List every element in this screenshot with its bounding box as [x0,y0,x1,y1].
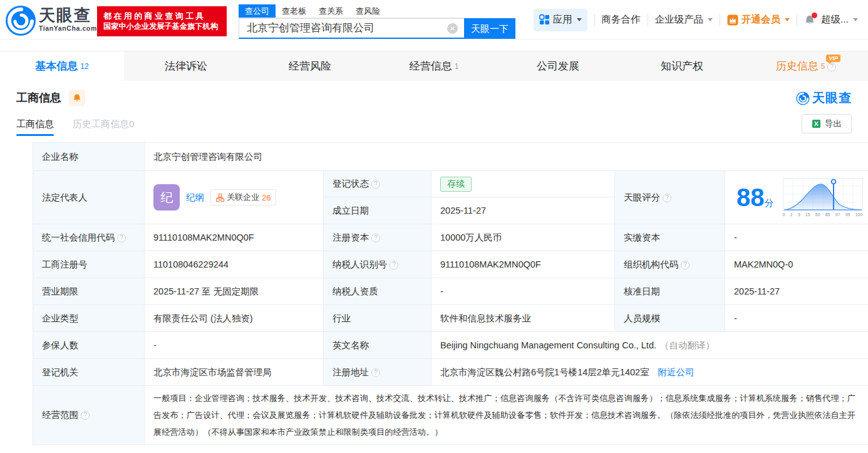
field-score-value: 88分 [725,171,868,224]
search-tab-company[interactable]: 查公司 [239,4,276,18]
section-title: 工商信息 [16,90,61,105]
table-row: 统一社会信用代码? 91110108MAK2MN0Q0F 注册资本? 10000… [33,224,868,251]
field-paid-capital-value: - [725,224,868,251]
export-button[interactable]: 导出 [802,114,852,133]
help-icon[interactable]: ? [663,194,671,202]
search-tab-risk[interactable]: 查风险 [349,4,386,18]
help-icon[interactable]: ? [390,261,398,269]
table-row: 登记机关 北京市海淀区市场监督管理局 注册地址? 北京市海淀区魏公村路6号院1号… [33,359,868,386]
tab-basic-info-count: 12 [80,62,88,71]
tab-operation-risk[interactable]: 经营风险 [248,51,372,81]
top-header: 天眼查 TianYanCha.com 都在用的商业查询工具 国家中小企业发展子基… [0,0,868,39]
tab-basic-info[interactable]: 基本信息12 [0,51,124,81]
super-vip-menu[interactable]: 超级... [821,13,858,26]
divider [720,14,720,26]
field-company-type-label: 企业类型 [33,305,145,332]
search-tab-boss[interactable]: 查老板 [276,4,313,18]
business-info-section: 工商信息 天眼查 工商信息 历史工商信息0 导出 企业名称 北京宁创管理咨 [0,90,868,445]
help-icon[interactable]: ? [681,261,690,269]
tab-history-info[interactable]: VIP 历史信息5? [744,51,868,81]
table-row: 法定代表人 纪 纪纲 关联企业 26 [33,171,868,197]
field-paid-capital-label: 实缴资本 [615,224,725,251]
tab-basic-info-label: 基本信息 [35,60,78,72]
tianyancha-logo-text[interactable]: 天眼查 TianYanCha.com [39,6,97,33]
field-org-code-value: MAK2MN0Q-0 [725,251,868,278]
field-reg-authority-label: 登记机关 [33,359,145,386]
business-scope-label-text: 经营范围 [42,410,78,420]
english-name-note: （自动翻译） [660,340,715,350]
score-curve-chart [783,178,863,212]
field-insured-value: - [145,332,324,359]
open-vip-link[interactable]: 开通会员 [727,13,790,26]
legal-rep-avatar[interactable]: 纪 [153,184,180,211]
field-industry-label: 行业 [324,305,431,332]
watermark-logo-icon [796,91,810,105]
legal-rep-name-link[interactable]: 纪纲 [186,192,204,204]
subtab-business-info[interactable]: 工商信息 [16,118,54,136]
nearby-companies-link[interactable]: 附近公司 [658,367,695,377]
vip-badge: VIP [826,55,840,62]
status-badge: 存续 [440,177,472,192]
enterprise-products-link[interactable]: 企业级产品 [655,13,713,26]
watermark-text: 天眼查 [812,90,852,107]
reg-status-label-text: 登记状态 [333,179,369,189]
field-taxpayer-id-label: 纳税人识别号? [324,251,431,278]
field-legal-rep-value: 纪 纪纲 关联企业 26 [145,171,324,224]
help-icon[interactable]: ? [371,234,380,242]
chevron-down-icon [785,18,790,21]
tab-intellectual-property[interactable]: 知识产权 [620,51,744,81]
field-score-label: 天眼评分? [615,171,725,224]
field-company-name-value: 北京宁创管理咨询有限公司 [145,143,868,171]
field-insured-label: 参保人数 [33,332,145,359]
field-reg-authority-value: 北京市海淀区市场监督管理局 [145,359,324,386]
related-companies-badge[interactable]: 关联企业 26 [210,189,276,206]
subtab-history-business-info[interactable]: 历史工商信息0 [73,118,134,136]
tab-operation-info[interactable]: 经营信息1 [372,51,496,81]
table-row: 企业类型 有限责任公司 (法人独资) 行业 软件和信息技术服务业 人员规模 - [33,305,868,332]
help-icon[interactable]: ? [81,411,90,420]
notifications-button[interactable] [804,14,815,26]
search-button[interactable]: 天眼一下 [464,18,515,39]
divider [648,14,648,26]
slogan-line2: 国家中小企业发展子基金旗下机构 [103,21,220,32]
score-chart: 0131550859799100 [783,178,863,217]
tab-legal-proceedings-label: 法律诉讼 [165,60,207,72]
apps-button[interactable]: 应用 [534,9,587,31]
search-tab-relation[interactable]: 查关系 [313,4,349,18]
search-area: 查公司 查老板 查关系 查风险 北京宁创管理咨询有限公司 ✕ 天眼一下 [239,4,515,39]
business-cooperation-link[interactable]: 商务合作 [602,13,641,26]
help-icon[interactable]: ? [371,368,380,377]
search-tabs: 查公司 查老板 查关系 查风险 [239,4,464,18]
field-reg-address-value: 北京市海淀区魏公村路6号院1号楼14层2单元1402室 附近公司 [431,359,868,386]
slogan-line1: 都在用的商业查询工具 [103,11,220,21]
search-input[interactable]: 北京宁创管理咨询有限公司 ✕ [239,18,464,39]
field-staff-size-label: 人员规模 [615,305,725,332]
field-business-scope-value: 一般项目：企业管理咨询；技术服务、技术开发、技术咨询、技术交流、技术转让、技术推… [145,386,868,445]
help-icon[interactable]: ? [117,234,126,242]
field-reg-number-label: 工商注册号 [33,251,145,278]
search-input-value: 北京宁创管理咨询有限公司 [239,19,464,37]
related-companies-count: 26 [262,193,271,202]
field-org-code-label: 组织机构代码? [615,251,725,278]
field-reg-status-label: 登记状态? [324,171,431,197]
field-credit-code-value: 91110108MAK2MN0Q0F [145,224,324,251]
monitor-bell-button[interactable] [69,90,85,106]
field-staff-size-value: - [725,305,868,332]
tab-legal-proceedings[interactable]: 法律诉讼 [124,51,248,81]
help-icon[interactable]: ? [371,180,380,189]
tab-operation-risk-label: 经营风险 [289,60,331,72]
tianyancha-logo-icon[interactable] [5,5,36,39]
tab-company-development[interactable]: 公司发展 [496,51,620,81]
field-industry-value: 软件和信息技术服务业 [431,305,615,332]
field-taxpayer-id-value: 91110108MAK2MN0Q0F [431,251,615,278]
logo-domain: TianYanCha.com [39,24,97,33]
field-business-term-label: 营业期限 [33,278,145,305]
divider [797,14,797,26]
field-legal-rep-label: 法定代表人 [33,171,145,224]
field-reg-capital-label: 注册资本? [324,224,431,251]
help-icon[interactable]: ? [827,63,836,71]
org-code-label-text: 组织机构代码 [624,259,678,269]
field-approve-date-value: 2025-11-27 [725,278,868,305]
field-business-term-value: 2025-11-27 至 无固定期限 [145,278,324,305]
clear-search-icon[interactable]: ✕ [447,23,458,34]
